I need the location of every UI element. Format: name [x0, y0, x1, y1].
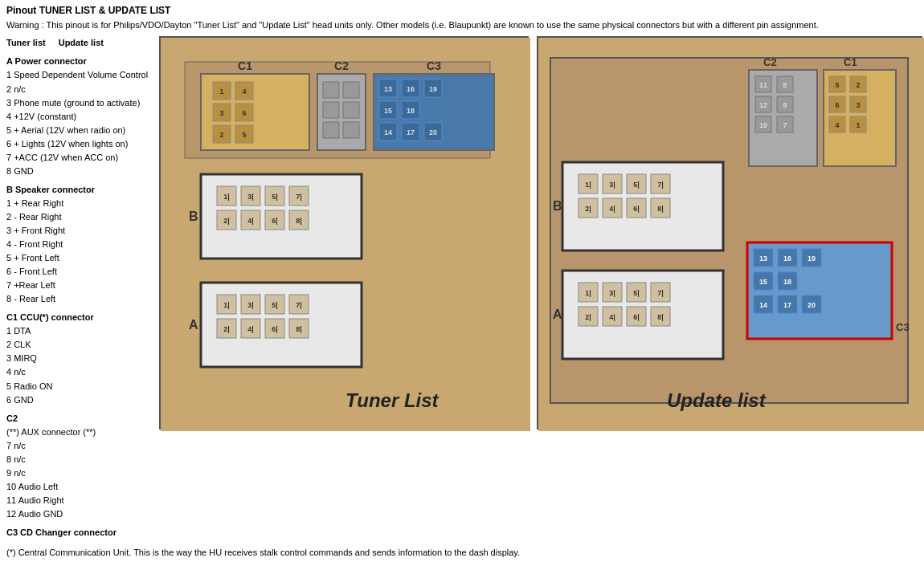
svg-text:A: A — [189, 318, 198, 332]
diagrams-area: C1 1 4 3 6 2 5 — [159, 36, 922, 540]
svg-text:5: 5 — [835, 81, 839, 89]
svg-text:1|: 1| — [223, 193, 230, 201]
svg-rect-20 — [323, 102, 339, 118]
svg-rect-18 — [323, 82, 339, 98]
section-b-title: B Speaker connector — [6, 183, 159, 197]
svg-text:7|: 7| — [657, 181, 664, 189]
footnote-2: (**) Auxilliary input only available on … — [6, 560, 918, 562]
svg-text:C2: C2 — [763, 56, 777, 68]
svg-text:C3: C3 — [896, 321, 910, 333]
section-c1-item-2: 2 CLK — [6, 338, 159, 352]
svg-text:4|: 4| — [247, 217, 254, 225]
svg-text:19: 19 — [429, 85, 437, 93]
section-a-item-3: 3 Phone mute (ground to activate) — [6, 96, 159, 110]
svg-text:16: 16 — [783, 255, 791, 263]
svg-text:7|: 7| — [296, 193, 302, 201]
svg-text:11: 11 — [759, 81, 767, 89]
svg-text:18: 18 — [407, 107, 415, 115]
section-c2-item-10: 10 Audio Left — [6, 480, 159, 494]
section-b-item-3: 3 + Front Right — [6, 224, 159, 238]
svg-text:C2: C2 — [334, 59, 349, 72]
svg-text:4: 4 — [835, 121, 839, 129]
update-diagram: B 1| 3| 5| 7| 2| 4| 6| — [537, 36, 922, 430]
svg-text:14: 14 — [759, 301, 767, 309]
svg-text:12: 12 — [759, 101, 767, 109]
svg-text:5|: 5| — [272, 193, 278, 201]
svg-rect-19 — [343, 82, 359, 98]
svg-text:C3: C3 — [427, 59, 441, 72]
section-a: A Power connector 1 Speed Dependent Volu… — [6, 55, 159, 177]
svg-text:8: 8 — [783, 81, 787, 89]
section-a-item-5: 5 + Aerial (12V when radio on) — [6, 124, 159, 137]
svg-text:1: 1 — [219, 88, 223, 96]
svg-text:19: 19 — [807, 255, 816, 263]
section-c2-item-7: 7 n/c — [6, 439, 159, 453]
left-panel: Tuner list Update list A Power connector… — [6, 36, 159, 540]
section-c2-item-12: 12 Audio GND — [6, 507, 159, 521]
svg-text:16: 16 — [407, 85, 415, 93]
svg-text:4|: 4| — [247, 325, 254, 333]
svg-text:17: 17 — [407, 128, 415, 136]
svg-text:2|: 2| — [585, 205, 591, 213]
svg-text:6: 6 — [835, 101, 839, 109]
section-c2: C2 (**) AUX connector (**) 7 n/c 8 n/c 9… — [6, 412, 159, 521]
svg-text:5|: 5| — [633, 181, 640, 189]
section-a-item-6: 6 + Lights (12V when lights on) — [6, 137, 159, 151]
svg-text:6|: 6| — [272, 217, 278, 225]
section-b-item-5: 5 + Front Left — [6, 251, 159, 265]
section-c1-item-4: 4 n/c — [6, 365, 159, 379]
svg-text:7|: 7| — [296, 301, 302, 309]
tabs-header: Tuner list Update list — [6, 36, 159, 50]
section-a-item-7: 7 +ACC (12V when ACC on) — [6, 151, 159, 165]
svg-text:4|: 4| — [609, 313, 615, 321]
svg-text:14: 14 — [384, 128, 392, 136]
section-b-item-2: 2 - Rear Right — [6, 210, 159, 224]
svg-text:5: 5 — [242, 131, 246, 139]
footnote-1: (*) Central Communication Unit. This is … — [6, 546, 918, 560]
tab-update[interactable]: Update list — [59, 36, 104, 50]
tab-tuner[interactable]: Tuner list — [6, 36, 46, 50]
svg-text:B: B — [189, 210, 198, 223]
section-c1-item-1: 1 DTA — [6, 324, 159, 338]
svg-text:C1: C1 — [238, 59, 252, 72]
section-b: B Speaker connector 1 + Rear Right 2 - R… — [6, 183, 159, 306]
svg-text:3: 3 — [856, 101, 860, 109]
section-a-title: A Power connector — [6, 55, 159, 68]
svg-text:17: 17 — [783, 301, 791, 309]
svg-text:13: 13 — [384, 85, 392, 93]
section-b-item-6: 6 - Front Left — [6, 265, 159, 279]
svg-text:1|: 1| — [585, 181, 591, 189]
svg-text:9: 9 — [783, 101, 787, 109]
svg-text:C1: C1 — [844, 56, 857, 68]
svg-text:1: 1 — [856, 121, 860, 129]
svg-rect-23 — [343, 122, 359, 138]
svg-text:8|: 8| — [296, 325, 302, 333]
svg-text:3: 3 — [219, 109, 223, 117]
svg-text:6|: 6| — [272, 325, 278, 333]
section-a-item-4: 4 +12V (constant) — [6, 110, 159, 124]
svg-rect-22 — [323, 122, 339, 138]
svg-text:15: 15 — [759, 278, 767, 286]
svg-text:6: 6 — [242, 109, 246, 117]
svg-text:8|: 8| — [657, 205, 664, 213]
svg-text:2: 2 — [219, 131, 223, 139]
svg-text:3|: 3| — [247, 301, 254, 309]
svg-text:10: 10 — [759, 121, 767, 129]
svg-text:20: 20 — [429, 128, 437, 136]
svg-text:6|: 6| — [633, 205, 640, 213]
svg-text:1|: 1| — [585, 289, 591, 297]
svg-text:7|: 7| — [657, 289, 664, 297]
svg-text:3|: 3| — [609, 181, 615, 189]
svg-text:2|: 2| — [585, 313, 591, 321]
svg-rect-21 — [343, 102, 359, 118]
svg-text:13: 13 — [759, 255, 767, 263]
section-c3: C3 CD Changer connector — [6, 526, 159, 540]
section-a-item-2: 2 n/c — [6, 83, 159, 96]
section-c2-title: C2 — [6, 412, 159, 426]
svg-text:8|: 8| — [296, 217, 302, 225]
svg-text:5|: 5| — [633, 289, 640, 297]
tuner-diagram: C1 1 4 3 6 2 5 — [159, 36, 529, 430]
section-c1-item-5: 5 Radio ON — [6, 380, 159, 393]
section-a-item-8: 8 GND — [6, 165, 159, 178]
svg-text:A: A — [553, 307, 562, 321]
